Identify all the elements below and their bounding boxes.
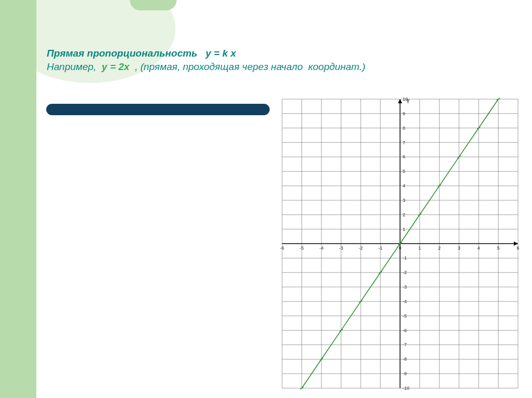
slide-sidebar-stripe — [0, 0, 36, 398]
example-formula: у = 2х — [102, 61, 129, 72]
svg-text:7: 7 — [403, 140, 405, 145]
svg-text:-8: -8 — [403, 356, 407, 362]
svg-text:-6: -6 — [403, 328, 407, 333]
svg-text:8: 8 — [403, 126, 405, 131]
svg-marker-37 — [398, 99, 402, 103]
svg-text:3: 3 — [458, 245, 460, 251]
svg-text:9: 9 — [403, 111, 405, 116]
svg-text:2: 2 — [438, 245, 441, 251]
svg-text:-5: -5 — [300, 245, 304, 251]
svg-text:2: 2 — [403, 212, 405, 217]
example-prefix: Например, — [47, 61, 102, 72]
slide-title-block: Прямая пропорциональность y = k x Наприм… — [47, 48, 516, 73]
svg-text:6: 6 — [403, 154, 405, 159]
y-axis-label: Y — [406, 99, 410, 104]
svg-text:5: 5 — [403, 169, 405, 174]
svg-text:4: 4 — [477, 245, 480, 251]
svg-text:-2: -2 — [403, 270, 407, 275]
example-suffix: , (прямая, проходящая через начало коорд… — [129, 61, 365, 72]
title-text: Прямая пропорциональность — [47, 48, 206, 59]
slide-top-accent — [130, 0, 177, 10]
svg-text:-7: -7 — [403, 342, 407, 347]
svg-text:1: 1 — [403, 227, 405, 232]
svg-text:-3: -3 — [339, 245, 343, 251]
svg-text:-5: -5 — [403, 313, 407, 319]
svg-text:1: 1 — [418, 245, 421, 251]
chart-container: -6-5-4-3-2-10123456-10-9-8-7-6-5-4-3-2-1… — [278, 95, 522, 392]
svg-text:3: 3 — [403, 198, 405, 203]
svg-text:-9: -9 — [403, 371, 407, 376]
svg-text:6: 6 — [516, 245, 519, 251]
svg-text:-4: -4 — [320, 245, 324, 251]
title-line-1: Прямая пропорциональность y = k x — [47, 48, 516, 59]
svg-text:-4: -4 — [403, 299, 407, 304]
svg-text:-6: -6 — [280, 245, 284, 251]
svg-text:-2: -2 — [358, 245, 363, 251]
svg-text:-1: -1 — [403, 255, 407, 260]
svg-text:5: 5 — [497, 245, 500, 251]
svg-text:4: 4 — [403, 183, 405, 188]
title-formula: y = k x — [206, 48, 236, 59]
coordinate-plane-chart: -6-5-4-3-2-10123456-10-9-8-7-6-5-4-3-2-1… — [278, 95, 522, 392]
svg-text:0: 0 — [398, 245, 401, 251]
bullet-bar — [46, 104, 270, 115]
title-line-2: Например, у = 2х , (прямая, проходящая ч… — [47, 61, 516, 73]
svg-text:-1: -1 — [378, 245, 382, 251]
svg-text:-3: -3 — [403, 284, 407, 290]
svg-text:-10: -10 — [403, 386, 409, 391]
